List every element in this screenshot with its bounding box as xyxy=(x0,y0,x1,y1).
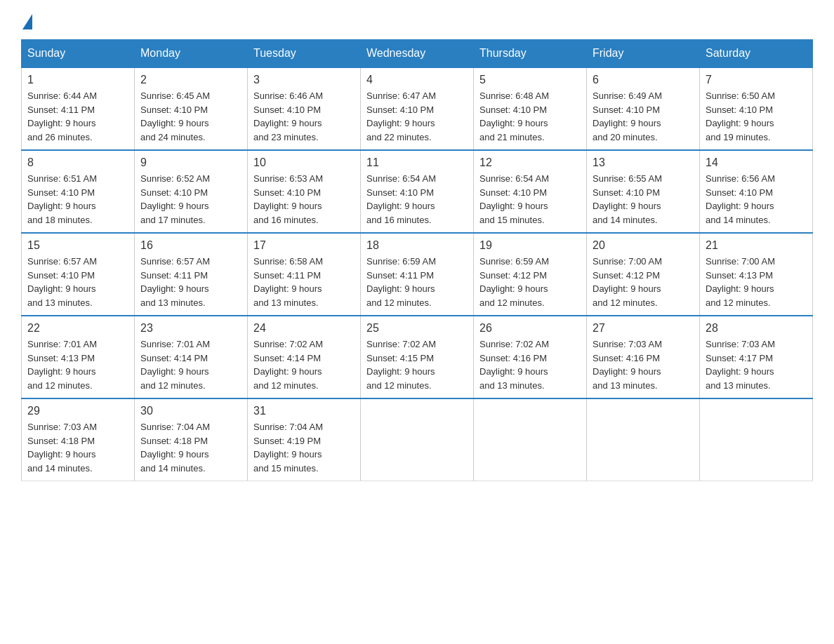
day-number: 16 xyxy=(140,239,241,252)
day-info: Sunrise: 7:03 AM Sunset: 4:16 PM Dayligh… xyxy=(593,339,662,391)
day-info: Sunrise: 7:01 AM Sunset: 4:13 PM Dayligh… xyxy=(27,339,97,391)
day-number: 2 xyxy=(140,74,241,86)
day-number: 17 xyxy=(253,239,355,252)
day-info: Sunrise: 6:54 AM Sunset: 4:10 PM Dayligh… xyxy=(479,173,549,225)
day-info: Sunrise: 6:59 AM Sunset: 4:12 PM Dayligh… xyxy=(479,256,549,308)
day-info: Sunrise: 6:55 AM Sunset: 4:10 PM Dayligh… xyxy=(593,173,662,225)
day-number: 9 xyxy=(140,156,241,169)
day-info: Sunrise: 7:04 AM Sunset: 4:19 PM Dayligh… xyxy=(253,422,323,474)
day-info: Sunrise: 7:02 AM Sunset: 4:16 PM Dayligh… xyxy=(479,339,549,391)
day-info: Sunrise: 7:04 AM Sunset: 4:18 PM Dayligh… xyxy=(140,422,210,474)
day-info: Sunrise: 6:53 AM Sunset: 4:10 PM Dayligh… xyxy=(253,173,323,225)
calendar-week-row: 22 Sunrise: 7:01 AM Sunset: 4:13 PM Dayl… xyxy=(22,316,813,398)
table-row: 27 Sunrise: 7:03 AM Sunset: 4:16 PM Dayl… xyxy=(587,316,700,398)
table-row: 25 Sunrise: 7:02 AM Sunset: 4:15 PM Dayl… xyxy=(361,316,474,398)
day-number: 4 xyxy=(366,74,468,86)
calendar-week-row: 15 Sunrise: 6:57 AM Sunset: 4:10 PM Dayl… xyxy=(22,233,813,316)
calendar-week-row: 29 Sunrise: 7:03 AM Sunset: 4:18 PM Dayl… xyxy=(22,398,813,481)
table-row: 24 Sunrise: 7:02 AM Sunset: 4:14 PM Dayl… xyxy=(248,316,361,398)
day-number: 28 xyxy=(706,322,807,335)
day-number: 24 xyxy=(253,322,355,335)
day-number: 13 xyxy=(593,156,694,169)
day-number: 14 xyxy=(706,156,807,169)
day-number: 18 xyxy=(366,239,468,252)
day-number: 19 xyxy=(479,239,581,252)
calendar-week-row: 1 Sunrise: 6:44 AM Sunset: 4:11 PM Dayli… xyxy=(22,67,813,150)
day-info: Sunrise: 6:50 AM Sunset: 4:10 PM Dayligh… xyxy=(706,90,775,142)
day-info: Sunrise: 6:56 AM Sunset: 4:10 PM Dayligh… xyxy=(706,173,775,225)
calendar-week-row: 8 Sunrise: 6:51 AM Sunset: 4:10 PM Dayli… xyxy=(22,150,813,233)
col-friday: Friday xyxy=(587,40,700,68)
table-row: 2 Sunrise: 6:45 AM Sunset: 4:10 PM Dayli… xyxy=(135,67,248,150)
day-info: Sunrise: 6:44 AM Sunset: 4:11 PM Dayligh… xyxy=(27,90,97,142)
table-row: 18 Sunrise: 6:59 AM Sunset: 4:11 PM Dayl… xyxy=(361,233,474,316)
table-row: 13 Sunrise: 6:55 AM Sunset: 4:10 PM Dayl… xyxy=(587,150,700,233)
day-info: Sunrise: 6:47 AM Sunset: 4:10 PM Dayligh… xyxy=(366,90,436,142)
col-sunday: Sunday xyxy=(22,40,135,68)
day-number: 5 xyxy=(479,74,581,86)
day-info: Sunrise: 7:02 AM Sunset: 4:14 PM Dayligh… xyxy=(253,339,323,391)
table-row xyxy=(700,398,813,481)
day-number: 27 xyxy=(593,322,694,335)
table-row: 23 Sunrise: 7:01 AM Sunset: 4:14 PM Dayl… xyxy=(135,316,248,398)
day-info: Sunrise: 6:48 AM Sunset: 4:10 PM Dayligh… xyxy=(479,90,549,142)
table-row: 22 Sunrise: 7:01 AM Sunset: 4:13 PM Dayl… xyxy=(22,316,135,398)
table-row: 5 Sunrise: 6:48 AM Sunset: 4:10 PM Dayli… xyxy=(474,67,587,150)
table-row: 1 Sunrise: 6:44 AM Sunset: 4:11 PM Dayli… xyxy=(22,67,135,150)
table-row: 12 Sunrise: 6:54 AM Sunset: 4:10 PM Dayl… xyxy=(474,150,587,233)
page-header xyxy=(21,14,813,27)
day-info: Sunrise: 7:00 AM Sunset: 4:12 PM Dayligh… xyxy=(593,256,662,308)
day-number: 12 xyxy=(479,156,581,169)
table-row: 16 Sunrise: 6:57 AM Sunset: 4:11 PM Dayl… xyxy=(135,233,248,316)
table-row: 15 Sunrise: 6:57 AM Sunset: 4:10 PM Dayl… xyxy=(22,233,135,316)
day-info: Sunrise: 6:52 AM Sunset: 4:10 PM Dayligh… xyxy=(140,173,210,225)
day-info: Sunrise: 6:46 AM Sunset: 4:10 PM Dayligh… xyxy=(253,90,323,142)
table-row: 14 Sunrise: 6:56 AM Sunset: 4:10 PM Dayl… xyxy=(700,150,813,233)
day-number: 6 xyxy=(593,74,694,86)
calendar-header-row: Sunday Monday Tuesday Wednesday Thursday… xyxy=(22,40,813,68)
day-number: 25 xyxy=(366,322,468,335)
day-info: Sunrise: 6:59 AM Sunset: 4:11 PM Dayligh… xyxy=(366,256,436,308)
day-number: 1 xyxy=(27,74,128,86)
table-row: 28 Sunrise: 7:03 AM Sunset: 4:17 PM Dayl… xyxy=(700,316,813,398)
day-number: 20 xyxy=(593,239,694,252)
table-row: 20 Sunrise: 7:00 AM Sunset: 4:12 PM Dayl… xyxy=(587,233,700,316)
table-row: 29 Sunrise: 7:03 AM Sunset: 4:18 PM Dayl… xyxy=(22,398,135,481)
table-row: 17 Sunrise: 6:58 AM Sunset: 4:11 PM Dayl… xyxy=(248,233,361,316)
table-row: 7 Sunrise: 6:50 AM Sunset: 4:10 PM Dayli… xyxy=(700,67,813,150)
day-number: 23 xyxy=(140,322,241,335)
logo xyxy=(21,14,32,27)
table-row: 30 Sunrise: 7:04 AM Sunset: 4:18 PM Dayl… xyxy=(135,398,248,481)
table-row: 31 Sunrise: 7:04 AM Sunset: 4:19 PM Dayl… xyxy=(248,398,361,481)
day-info: Sunrise: 7:03 AM Sunset: 4:17 PM Dayligh… xyxy=(706,339,775,391)
table-row: 3 Sunrise: 6:46 AM Sunset: 4:10 PM Dayli… xyxy=(248,67,361,150)
table-row xyxy=(361,398,474,481)
table-row: 11 Sunrise: 6:54 AM Sunset: 4:10 PM Dayl… xyxy=(361,150,474,233)
col-tuesday: Tuesday xyxy=(248,40,361,68)
table-row xyxy=(474,398,587,481)
calendar-table: Sunday Monday Tuesday Wednesday Thursday… xyxy=(21,39,813,481)
day-info: Sunrise: 7:03 AM Sunset: 4:18 PM Dayligh… xyxy=(27,422,97,474)
table-row: 10 Sunrise: 6:53 AM Sunset: 4:10 PM Dayl… xyxy=(248,150,361,233)
day-info: Sunrise: 6:54 AM Sunset: 4:10 PM Dayligh… xyxy=(366,173,436,225)
table-row: 8 Sunrise: 6:51 AM Sunset: 4:10 PM Dayli… xyxy=(22,150,135,233)
table-row: 26 Sunrise: 7:02 AM Sunset: 4:16 PM Dayl… xyxy=(474,316,587,398)
day-number: 30 xyxy=(140,405,241,417)
day-info: Sunrise: 6:45 AM Sunset: 4:10 PM Dayligh… xyxy=(140,90,210,142)
day-info: Sunrise: 6:51 AM Sunset: 4:10 PM Dayligh… xyxy=(27,173,97,225)
day-info: Sunrise: 6:49 AM Sunset: 4:10 PM Dayligh… xyxy=(593,90,662,142)
day-number: 21 xyxy=(706,239,807,252)
col-thursday: Thursday xyxy=(474,40,587,68)
day-info: Sunrise: 7:00 AM Sunset: 4:13 PM Dayligh… xyxy=(706,256,775,308)
col-saturday: Saturday xyxy=(700,40,813,68)
day-info: Sunrise: 6:58 AM Sunset: 4:11 PM Dayligh… xyxy=(253,256,323,308)
table-row: 6 Sunrise: 6:49 AM Sunset: 4:10 PM Dayli… xyxy=(587,67,700,150)
table-row: 9 Sunrise: 6:52 AM Sunset: 4:10 PM Dayli… xyxy=(135,150,248,233)
col-wednesday: Wednesday xyxy=(361,40,474,68)
day-info: Sunrise: 6:57 AM Sunset: 4:11 PM Dayligh… xyxy=(140,256,210,308)
day-number: 3 xyxy=(253,74,355,86)
day-number: 31 xyxy=(253,405,355,417)
day-number: 7 xyxy=(706,74,807,86)
day-number: 22 xyxy=(27,322,128,335)
day-number: 8 xyxy=(27,156,128,169)
